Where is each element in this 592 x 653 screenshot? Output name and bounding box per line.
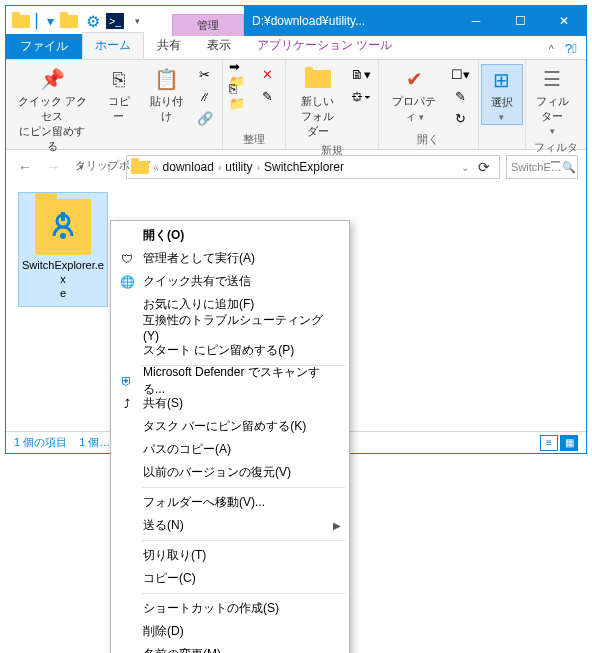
edit-small-icon[interactable]: ✎ — [450, 86, 472, 106]
filter-button[interactable]: ☰ フィル ター▾ — [532, 64, 573, 138]
pin-quick-access-button[interactable]: 📌 クイック アクセス にピン留めする — [12, 64, 93, 156]
menu-copy[interactable]: コピー(C) — [113, 567, 347, 590]
search-icon: 🔍 — [562, 161, 576, 174]
copy-button[interactable]: ⎘ コピー — [99, 64, 139, 126]
qat-powershell-icon[interactable]: >_ — [106, 13, 124, 29]
view-large-icons-button[interactable]: ▦ — [560, 435, 578, 451]
chevron-icon[interactable]: › — [257, 162, 260, 173]
address-folder-icon — [131, 161, 149, 174]
crumb-utility[interactable]: utility — [225, 160, 252, 174]
open-small-icon[interactable]: ☐▾ — [450, 64, 472, 84]
navigation-bar: ← → ▾ ↑ « download › utility › SwitchExp… — [6, 150, 586, 184]
group-select: ⊞ 選択▾ — [479, 60, 526, 149]
crumb-switchexplorer[interactable]: SwitchExplorer — [264, 160, 344, 174]
qat-folder-icon[interactable] — [58, 10, 80, 32]
menu-cut[interactable]: 切り取り(T) — [113, 544, 347, 567]
properties-button[interactable]: ✔ プロパティ ▾ — [385, 64, 444, 126]
menu-send-to[interactable]: 送る(N)▶ — [113, 514, 347, 537]
qat-dropdown-icon[interactable]: ▾ — [126, 10, 148, 32]
easy-access-icon[interactable]: ⯐▾ — [350, 86, 372, 106]
menu-copy-path[interactable]: パスのコピー(A) — [113, 438, 347, 461]
menu-create-shortcut[interactable]: ショートカットの作成(S) — [113, 597, 347, 620]
group-label-organize: 整理 — [229, 130, 279, 147]
search-box[interactable]: SwitchE… 🔍 — [506, 155, 578, 179]
paste-shortcut-small-icon[interactable]: 🔗 — [194, 108, 216, 128]
status-selection: 1 個… — [79, 435, 110, 450]
menu-open[interactable]: 開く(O) — [113, 224, 347, 247]
recent-dropdown[interactable]: ▾ — [70, 156, 92, 178]
help-icon[interactable]: ?⃝ — [560, 37, 582, 59]
address-dropdown-icon[interactable]: ⌄ — [461, 162, 469, 173]
view-details-button[interactable]: ≡ — [540, 435, 558, 451]
group-label-open: 開く — [385, 130, 472, 147]
menu-compat-troubleshoot[interactable]: 互換性のトラブルシューティング(Y) — [113, 316, 347, 339]
select-icon: ⊞ — [486, 67, 518, 93]
delete-icon[interactable]: ✕ — [257, 64, 279, 84]
status-item-count: 1 個の項目 — [14, 435, 67, 450]
shield-icon: 🛡 — [119, 252, 135, 266]
filter-icon: ☰ — [536, 66, 568, 92]
menu-separator — [141, 540, 345, 541]
paste-button[interactable]: 📋 貼り付け — [145, 64, 188, 126]
chevron-icon[interactable]: « — [153, 162, 159, 173]
menu-pin-taskbar[interactable]: タスク バーにピン留めする(K) — [113, 415, 347, 438]
menu-run-as-admin[interactable]: 🛡管理者として実行(A) — [113, 247, 347, 270]
maximize-button[interactable]: ☐ — [498, 6, 542, 36]
tab-view[interactable]: 表示 — [194, 32, 244, 59]
menu-quick-share[interactable]: 🌐クイック共有で送信 — [113, 270, 347, 293]
group-open: ✔ プロパティ ▾ ☐▾ ✎ ↻ 開く — [379, 60, 479, 149]
chevron-icon[interactable]: › — [218, 162, 221, 173]
defender-icon: ⛨ — [119, 374, 135, 388]
tab-home[interactable]: ホーム — [82, 32, 144, 59]
group-filter: ☰ フィル ター▾ フィルター — [526, 60, 586, 149]
menu-separator — [141, 593, 345, 594]
check-icon: ✔ — [398, 66, 430, 92]
qat-overflow-icon[interactable]: ▏▾ — [34, 10, 56, 32]
tab-file[interactable]: ファイル — [6, 34, 82, 59]
group-new: 新しい フォルダー 🗎▾ ⯐▾ 新規 — [286, 60, 379, 149]
app-icon — [10, 10, 32, 32]
ribbon-tabs: ファイル ホーム 共有 表示 アプリケーション ツール ^ ?⃝ — [6, 36, 586, 60]
group-clipboard: 📌 クイック アクセス にピン留めする ⎘ コピー 📋 貼り付け ✂ ⫽ 🔗 ク… — [6, 60, 223, 149]
menu-defender-scan[interactable]: ⛨Microsoft Defender でスキャンする... — [113, 369, 347, 392]
copypath-small-icon[interactable]: ⫽ — [194, 86, 216, 106]
exe-icon — [35, 199, 91, 255]
menu-delete[interactable]: 削除(D) — [113, 620, 347, 643]
folder-plus-icon — [302, 66, 334, 92]
history-small-icon[interactable]: ↻ — [450, 108, 472, 128]
select-button[interactable]: ⊞ 選択▾ — [481, 64, 523, 125]
minimize-button[interactable]: ─ — [454, 6, 498, 36]
file-item-switchexplorer[interactable]: SwitchExplorer.ex e — [18, 192, 108, 307]
contextual-tab-manage[interactable]: 管理 — [172, 14, 244, 36]
menu-share[interactable]: ⤴共有(S) — [113, 392, 347, 415]
svg-point-2 — [60, 233, 66, 239]
group-organize: ➡📁 ⎘📁 ✕ ✎ 整理 — [223, 60, 286, 149]
forward-button[interactable]: → — [42, 156, 64, 178]
svg-rect-1 — [61, 212, 65, 221]
new-item-icon[interactable]: 🗎▾ — [350, 64, 372, 84]
crumb-download[interactable]: download — [163, 160, 214, 174]
menu-move-to-folder[interactable]: フォルダーへ移動(V)... — [113, 491, 347, 514]
menu-rename[interactable]: 名前の変更(M) — [113, 643, 347, 653]
up-button[interactable]: ↑ — [98, 156, 120, 178]
qat-gear-icon[interactable]: ⚙ — [82, 10, 104, 32]
close-button[interactable]: ✕ — [542, 6, 586, 36]
rename-icon[interactable]: ✎ — [257, 86, 279, 106]
back-button[interactable]: ← — [14, 156, 36, 178]
search-placeholder: SwitchE… — [511, 161, 562, 173]
copyto-icon[interactable]: ⎘📁 — [229, 86, 251, 106]
group-label-select — [481, 133, 523, 147]
share-icon: ⤴ — [119, 397, 135, 411]
window-controls: ─ ☐ ✕ — [454, 6, 586, 36]
tab-share[interactable]: 共有 — [144, 32, 194, 59]
menu-pin-start[interactable]: スタート にピン留めする(P) — [113, 339, 347, 362]
file-name-label: SwitchExplorer.ex e — [21, 259, 105, 300]
new-folder-button[interactable]: 新しい フォルダー — [292, 64, 344, 141]
cut-small-icon[interactable]: ✂ — [194, 64, 216, 84]
paste-icon: 📋 — [150, 66, 182, 92]
refresh-button[interactable]: ⟳ — [473, 156, 495, 178]
menu-restore-previous[interactable]: 以前のバージョンの復元(V) — [113, 461, 347, 484]
ribbon-collapse-icon[interactable]: ^ — [543, 39, 560, 59]
address-bar[interactable]: « download › utility › SwitchExplorer ⌄ … — [126, 155, 500, 179]
tab-application-tools[interactable]: アプリケーション ツール — [244, 32, 405, 59]
